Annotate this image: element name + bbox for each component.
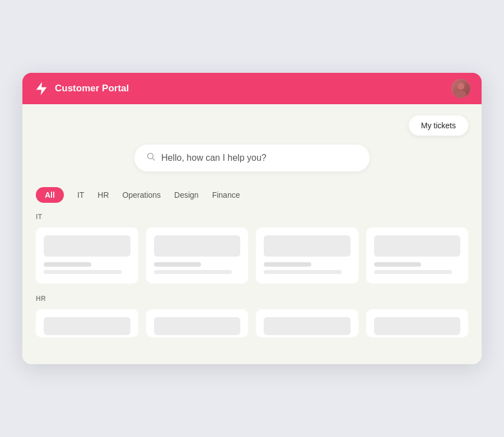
- portal-window: Customer Portal My tickets: [22, 73, 482, 364]
- tab-design[interactable]: Design: [174, 187, 199, 203]
- search-placeholder: Hello, how can I help you?: [161, 153, 267, 163]
- filter-tabs: All IT HR Operations Design Finance: [36, 187, 468, 203]
- svg-point-1: [458, 83, 464, 90]
- card-line-short: [44, 262, 91, 267]
- card-line-short: [374, 262, 422, 267]
- content-area: My tickets Hello, how can I help you? Al…: [22, 104, 482, 364]
- header: Customer Portal: [22, 73, 482, 104]
- svg-line-4: [153, 159, 155, 161]
- card-line-short: [154, 262, 202, 267]
- search-bar[interactable]: Hello, how can I help you?: [134, 145, 370, 171]
- card-line-short: [264, 262, 311, 267]
- tab-all[interactable]: All: [36, 187, 64, 203]
- top-bar: My tickets: [36, 115, 468, 136]
- portal-title: Customer Portal: [55, 83, 129, 94]
- table-row[interactable]: [366, 309, 469, 337]
- it-section-label: IT: [36, 213, 468, 221]
- card-line-long: [154, 270, 232, 274]
- svg-point-2: [455, 91, 466, 98]
- card-line-long: [374, 270, 452, 274]
- it-cards-grid: [36, 227, 468, 283]
- my-tickets-button[interactable]: My tickets: [409, 115, 468, 136]
- card-line-long: [264, 270, 342, 274]
- hr-section: HR: [36, 295, 468, 337]
- hr-cards-grid: [36, 309, 468, 337]
- table-row[interactable]: [36, 309, 138, 337]
- tab-operations[interactable]: Operations: [123, 187, 161, 203]
- card-line-long: [44, 270, 122, 274]
- header-left: Customer Portal: [34, 81, 129, 96]
- avatar-image: [451, 79, 470, 98]
- card-image: [264, 317, 351, 335]
- tab-hr[interactable]: HR: [97, 187, 109, 203]
- card-image: [374, 317, 461, 335]
- card-image: [374, 235, 461, 257]
- table-row[interactable]: [146, 309, 249, 337]
- table-row[interactable]: [146, 227, 249, 283]
- bolt-icon: [34, 81, 49, 96]
- card-image: [264, 235, 351, 257]
- card-image: [154, 317, 241, 335]
- tab-finance[interactable]: Finance: [212, 187, 240, 203]
- card-image: [44, 235, 130, 257]
- table-row[interactable]: [256, 227, 358, 283]
- card-image: [44, 317, 130, 335]
- card-image: [154, 235, 241, 257]
- table-row[interactable]: [366, 227, 469, 283]
- tab-it[interactable]: IT: [77, 187, 84, 203]
- table-row[interactable]: [36, 227, 138, 283]
- search-wrapper: Hello, how can I help you?: [36, 145, 468, 171]
- hr-section-label: HR: [36, 295, 468, 303]
- avatar[interactable]: [451, 79, 470, 98]
- search-icon: [147, 152, 156, 164]
- it-section: IT: [36, 213, 468, 283]
- table-row[interactable]: [256, 309, 358, 337]
- svg-marker-0: [36, 82, 47, 95]
